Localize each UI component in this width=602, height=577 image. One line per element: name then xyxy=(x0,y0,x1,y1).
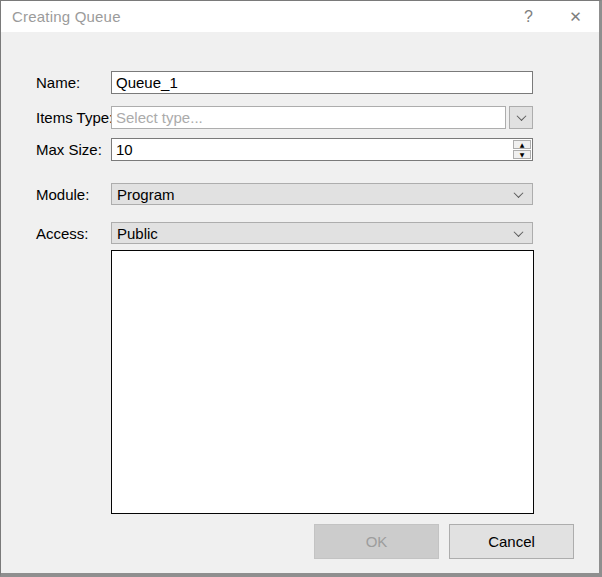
max-size-input[interactable] xyxy=(111,138,533,161)
arrow-up-icon: ▲ xyxy=(520,142,525,148)
chevron-down-icon xyxy=(514,227,524,237)
access-select[interactable]: Public xyxy=(111,222,533,244)
chevron-down-icon xyxy=(516,111,526,121)
name-label: Name: xyxy=(36,71,80,94)
chevron-down-icon xyxy=(514,188,524,198)
spin-up-button[interactable]: ▲ xyxy=(513,140,531,149)
module-select[interactable]: Program xyxy=(111,183,533,205)
ok-button[interactable]: OK xyxy=(314,524,439,559)
items-list-panel[interactable] xyxy=(111,250,534,514)
close-button[interactable]: ✕ xyxy=(552,1,599,32)
arrow-down-icon: ▼ xyxy=(520,152,525,158)
module-label: Module: xyxy=(36,183,89,205)
access-label: Access: xyxy=(36,222,89,244)
titlebar-buttons: ? ✕ xyxy=(505,1,599,32)
name-input[interactable] xyxy=(111,71,533,94)
items-type-dropdown-button[interactable] xyxy=(509,106,533,129)
close-icon: ✕ xyxy=(569,9,582,24)
items-type-input[interactable] xyxy=(111,106,506,129)
max-size-spinner: ▲ ▼ xyxy=(111,138,533,161)
creating-queue-dialog: Creating Queue ? ✕ Name: Items Type: Max… xyxy=(0,0,602,577)
access-selected-value: Public xyxy=(117,225,515,242)
cancel-button[interactable]: Cancel xyxy=(449,524,574,559)
max-size-label: Max Size: xyxy=(36,138,102,161)
help-icon: ? xyxy=(524,9,533,25)
module-selected-value: Program xyxy=(117,186,515,203)
spinner-buttons: ▲ ▼ xyxy=(513,140,531,159)
title-bar[interactable]: Creating Queue ? ✕ xyxy=(1,1,599,32)
items-type-label: Items Type: xyxy=(36,106,113,129)
items-type-combobox xyxy=(111,106,533,129)
spin-down-button[interactable]: ▼ xyxy=(513,150,531,159)
window-title: Creating Queue xyxy=(12,8,121,25)
help-button[interactable]: ? xyxy=(505,1,552,32)
